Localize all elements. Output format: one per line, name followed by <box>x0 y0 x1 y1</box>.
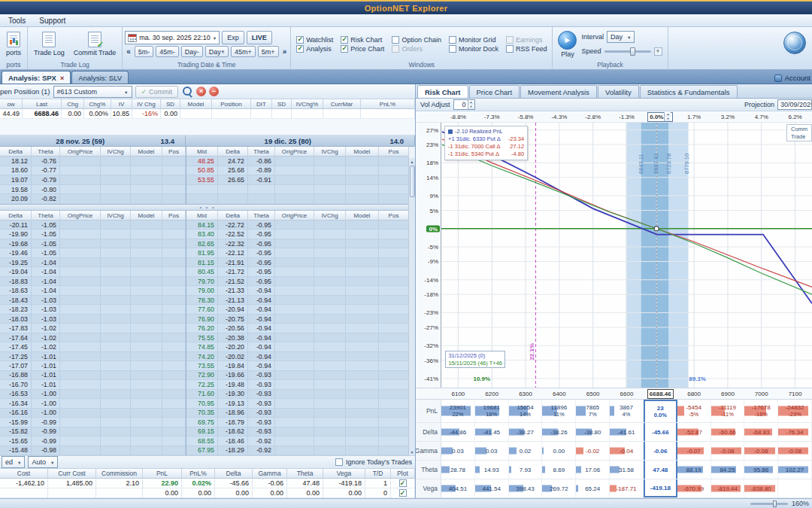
scrollbar-thumb[interactable] <box>410 166 415 197</box>
option-row[interactable]: -15.65-0.99 <box>0 437 186 446</box>
option-row[interactable]: 81.15-21.91-0.95 <box>186 258 408 267</box>
windows-toggle-option-chain[interactable]: Option Chain <box>389 35 444 44</box>
option-row[interactable]: -19.04-1.04 <box>0 267 186 276</box>
option-row[interactable]: 19.58-0.80 <box>0 185 186 195</box>
windows-toggle-earnings[interactable]: Earnings <box>503 35 550 44</box>
option-row[interactable]: 79.70-21.52-0.95 <box>186 277 408 286</box>
tab-analysis-spx[interactable]: Analysis: SPX <box>2 71 71 84</box>
reports-button[interactable]: ports <box>2 31 25 57</box>
windows-toggle-watchlist[interactable]: Watchlist <box>293 35 336 44</box>
option-row[interactable]: -15.82-0.99 <box>0 427 186 437</box>
history-back-icon[interactable] <box>125 47 132 56</box>
checkbox-risk-chart[interactable] <box>341 36 348 44</box>
tab-statistics-fundamentals[interactable]: Statistics & Fundamentals <box>640 85 738 98</box>
step-button-5m[interactable]: 5m- <box>135 46 154 57</box>
option-row[interactable]: 18.60-0.77 <box>0 166 186 176</box>
live-button[interactable]: LIVE <box>247 31 272 44</box>
step-button-day[interactable]: Day+ <box>205 46 229 57</box>
ignore-trades-checkbox[interactable] <box>335 458 343 466</box>
option-row[interactable]: 53.5526.65-0.91 <box>186 175 408 185</box>
expiration-header-right[interactable]: 19 dic. 25 (80) 14.0 <box>186 135 415 147</box>
checkbox-monitor-dock[interactable] <box>449 45 456 53</box>
windows-toggle-price-chart[interactable]: Price Chart <box>338 44 387 53</box>
magnifier-icon[interactable] <box>181 86 193 98</box>
option-row[interactable]: 78.30-21.13-0.94 <box>186 296 408 305</box>
option-row[interactable]: -19.25-1.04 <box>0 258 186 267</box>
close-position-icon[interactable] <box>196 87 206 96</box>
windows-toggle-orders[interactable]: Orders <box>389 44 444 53</box>
speed-increase-button[interactable] <box>654 47 662 56</box>
windows-toggle-analysis[interactable]: Analysis <box>293 44 336 53</box>
option-row[interactable]: 72.90-19.66-0.93 <box>186 371 408 380</box>
option-row[interactable]: 82.65-22.32-0.95 <box>186 239 408 248</box>
option-row[interactable]: -16.88-1.01 <box>0 371 186 380</box>
option-row[interactable]: 71.60-19.30-0.93 <box>186 390 408 399</box>
play-button[interactable] <box>558 31 577 50</box>
option-row[interactable]: 19.07-0.79 <box>0 175 186 185</box>
step-button-day[interactable]: Day- <box>181 46 203 57</box>
option-row[interactable]: 69.15-18.62-0.93 <box>186 427 408 437</box>
option-row[interactable]: 76.90-20.75-0.94 <box>186 315 408 324</box>
option-row[interactable]: 70.35-18.96-0.93 <box>186 409 408 418</box>
option-row[interactable]: 72.25-19.48-0.93 <box>186 380 408 389</box>
history-forward-icon[interactable] <box>281 47 289 56</box>
checkbox-earnings[interactable] <box>506 36 514 44</box>
option-row[interactable]: -16.53-1.00 <box>0 390 186 399</box>
percent-change-label-current[interactable]: 0.0% <box>647 112 673 122</box>
option-row[interactable]: -17.07-1.01 <box>0 361 186 370</box>
position-select[interactable]: #613 Custom <box>53 86 132 98</box>
scroll-up-icon[interactable] <box>411 158 414 165</box>
option-row[interactable]: -18.83-1.04 <box>0 277 186 286</box>
option-row[interactable]: 80.45-21.72-0.95 <box>186 267 408 276</box>
collapsed-side-panel[interactable]: CommTrade <box>786 124 812 141</box>
option-row[interactable]: 79.00-21.33-0.94 <box>186 286 408 295</box>
spinner-icon[interactable] <box>664 112 671 121</box>
checkbox-analysis[interactable] <box>296 45 304 53</box>
option-row[interactable]: 84.15-22.72-0.95 <box>186 221 408 230</box>
option-row[interactable]: 83.40-22.52-0.95 <box>186 230 408 239</box>
option-row[interactable]: 77.60-20.94-0.94 <box>186 305 408 314</box>
option-row[interactable]: -19.46-1.05 <box>0 248 186 257</box>
option-row[interactable]: 20.09-0.82 <box>0 194 186 204</box>
spin-down-icon[interactable] <box>468 105 474 109</box>
plot-checkbox[interactable] <box>399 479 407 487</box>
checkbox-option-chain[interactable] <box>392 36 399 44</box>
expiration-header-left[interactable]: 28 nov. 25 (59) 13.4 <box>0 135 186 147</box>
option-row[interactable]: 48.2524.72-0.86 <box>186 157 408 166</box>
plot-checkbox[interactable] <box>399 489 407 497</box>
chain-scrollbar[interactable] <box>408 158 415 455</box>
option-row[interactable] <box>186 185 408 195</box>
option-row[interactable]: 81.95-22.12-0.95 <box>186 248 408 257</box>
view-select[interactable]: ed <box>2 456 25 468</box>
checkbox-watchlist[interactable] <box>296 36 304 44</box>
projection-date-field[interactable]: 30/09/2025 <box>777 99 812 110</box>
mode-select[interactable]: Auto <box>28 456 58 468</box>
option-row[interactable]: -17.64-1.02 <box>0 333 186 342</box>
tab-risk-chart[interactable]: Risk Chart <box>417 85 468 98</box>
commit-button[interactable]: Commit <box>135 86 179 98</box>
option-row[interactable]: -18.03-1.03 <box>0 315 186 324</box>
option-row[interactable]: -18.43-1.03 <box>0 296 186 305</box>
step-button-45m[interactable]: 45m- <box>156 46 179 57</box>
option-row[interactable]: 70.95-19.13-0.93 <box>186 399 408 408</box>
tab-close-icon[interactable] <box>60 74 64 82</box>
checkbox-price-chart[interactable] <box>341 45 348 53</box>
price-label-current[interactable]: 6688.46 <box>647 389 674 399</box>
option-row[interactable]: -16.70-1.01 <box>0 380 186 389</box>
tab-price-chart[interactable]: Price Chart <box>469 85 520 98</box>
option-row[interactable]: -17.25-1.01 <box>0 352 186 361</box>
option-row[interactable]: -16.16-1.00 <box>0 409 186 418</box>
option-row[interactable]: -20.11-1.05 <box>0 221 186 230</box>
option-row[interactable]: -18.23-1.03 <box>0 305 186 314</box>
exp-button[interactable]: Exp <box>222 31 244 44</box>
windows-toggle-risk-chart[interactable]: Risk Chart <box>338 35 387 44</box>
interval-select[interactable]: Day <box>607 31 635 43</box>
spin-down-icon[interactable] <box>665 117 671 121</box>
zoom-slider-thumb[interactable] <box>773 500 777 507</box>
speed-slider-thumb[interactable] <box>630 47 635 56</box>
option-row[interactable]: -19.90-1.05 <box>0 230 186 239</box>
tab-movement-analysis[interactable]: Movement Analysis <box>520 85 597 98</box>
remove-icon[interactable] <box>209 87 219 96</box>
option-row[interactable]: 76.20-20.56-0.94 <box>186 324 408 333</box>
option-row[interactable]: 69.75-18.79-0.93 <box>186 418 408 427</box>
